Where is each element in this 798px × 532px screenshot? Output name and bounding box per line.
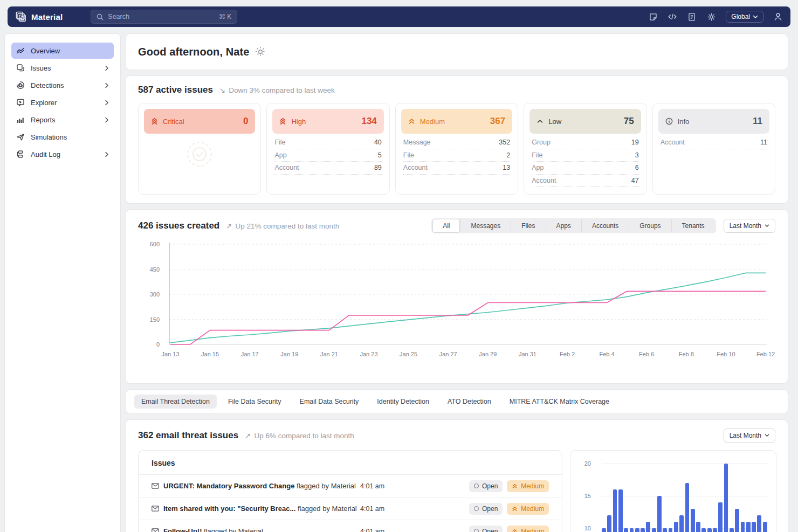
issue-title: Follow-Up!! flagged by Material [152,527,360,532]
filter-tab-messages[interactable]: Messages [460,219,511,232]
reports-bars-icon [16,115,25,124]
sidebar-item-label: Detections [31,81,64,89]
medium-header: Medium 367 [401,109,512,134]
page: Material ⌘ K [0,0,798,532]
sidebar-item-issues[interactable]: Issues [11,60,114,76]
changelog-note-icon[interactable] [648,12,658,22]
issue-row[interactable]: Follow-Up!! flagged by Material 4:01 am … [139,520,562,532]
bar [618,489,623,532]
brand[interactable]: Material [15,11,63,23]
bar [641,528,645,532]
bar [724,464,728,532]
open-circle-icon [474,483,479,488]
email-threat-section: 362 email threat issues ↗ Up 6% compared… [125,419,788,532]
mail-icon [152,483,159,489]
mail-icon [152,506,159,512]
bar [669,528,673,532]
bar [646,522,650,532]
breakdown-row: File40 [274,136,381,149]
issues-list-header: Issues [139,451,562,475]
breakdown-row: Account11 [661,136,767,149]
user-avatar-icon[interactable] [773,12,783,22]
breakdown-row: File3 [532,149,638,162]
bar [713,528,717,532]
content-row: Overview Issues Detec [0,27,798,532]
breakdown-row: Group19 [532,136,638,149]
severity-card-high[interactable]: High 134 File40 App5 Account89 [266,103,389,195]
code-icon[interactable] [668,12,677,22]
severity-medium-icon [512,506,518,512]
bar [757,515,761,532]
gear-icon[interactable] [706,12,716,22]
top-navbar: Material ⌘ K [8,6,790,27]
bar [630,528,634,532]
sidebar-item-explorer[interactable]: Explorer [11,94,114,110]
bar-chart-area: 201510 [570,451,776,532]
bar [707,528,712,532]
bar [696,522,700,532]
status-badge-open: Open [469,526,503,532]
overview-chart-icon [16,46,25,55]
issue-row[interactable]: URGENT: Mandatory Password Change flagge… [139,475,562,498]
bar [741,522,745,532]
low-header: Low 75 [529,109,641,134]
active-issues-title: 587 active issues [138,85,213,95]
issue-time: 4:01 am [360,505,384,513]
severity-badge-medium: Medium [507,526,549,532]
email-threat-period-dropdown[interactable]: Last Month [724,429,775,443]
breakdown-row: Account13 [403,162,510,175]
sidebar-item-label: Issues [31,64,51,72]
severity-low-icon [536,119,544,123]
issues-created-period-dropdown[interactable]: Last Month [724,219,775,233]
document-icon[interactable] [687,12,697,22]
severity-card-low[interactable]: Low 75 Group19 File3 App6 Account47 [524,103,646,195]
bar [735,509,739,532]
explorer-bubble-icon [16,98,25,107]
main-content: Good afternoon, Nate 587 active issues ↘ [125,33,788,532]
open-circle-icon [474,529,479,532]
sidebar-item-reports[interactable]: Reports [11,112,114,128]
sidebar-item-label: Simulations [31,133,67,141]
issue-time: 4:01 am [360,482,384,490]
severity-high-icon [279,118,286,125]
tab-ato-detection[interactable]: ATO Detection [441,395,498,409]
material-logo-icon [15,11,27,23]
filter-tab-groups[interactable]: Groups [629,219,671,232]
issue-title: URGENT: Mandatory Password Change flagge… [152,482,360,490]
tab-file-data-security[interactable]: File Data Security [221,395,288,409]
tab-email-threat-detection[interactable]: Email Threat Detection [134,395,217,409]
trend-up-arrow-icon: ↗ [245,431,251,440]
sidebar-item-audit-log[interactable]: Audit Log [11,146,114,162]
email-threat-bar-chart-card: 201510 [570,450,776,532]
search-input[interactable] [108,13,215,20]
breakdown-row: App6 [532,162,638,175]
severity-card-critical[interactable]: Critical 0 [138,103,261,195]
severity-card-info[interactable]: Info 11 Account11 [652,103,775,195]
filter-tab-tenants[interactable]: Tenants [671,219,715,232]
tab-email-data-security[interactable]: Email Data Security [293,395,366,409]
sidebar-item-label: Audit Log [31,150,60,158]
sidebar: Overview Issues Detec [4,33,121,532]
tab-mitre-attack-matrix-coverage[interactable]: MITRE ATT&CK Matrix Coverage [503,395,616,409]
global-scope-dropdown[interactable]: Global [726,11,763,23]
bar [752,522,756,532]
search-bar[interactable]: ⌘ K [91,10,237,24]
info-breakdown: Account11 [658,134,769,149]
trend-up-arrow-icon: ↗ [226,222,232,230]
email-threat-title: 362 email threat issues [138,430,238,441]
tab-identity-detection[interactable]: Identity Detection [370,395,436,409]
sidebar-item-label: Overview [31,47,60,55]
sidebar-item-overview[interactable]: Overview [11,43,114,59]
filter-tab-apps[interactable]: Apps [546,219,581,232]
issues-created-line-chart: 0150300450600 Jan 13Jan 15Jan 17Jan 19Ja… [138,242,775,360]
sidebar-item-detections[interactable]: Detections [11,77,114,93]
severity-card-medium[interactable]: Medium 367 Message352 File2 Account13 [395,103,518,195]
bar [635,528,639,532]
issue-row[interactable]: Item shared with you: "Security Breac...… [139,498,562,520]
critical-header: Critical 0 [144,109,255,134]
filter-tab-accounts[interactable]: Accounts [581,219,629,232]
filter-tab-files[interactable]: Files [511,219,545,232]
sidebar-item-simulations[interactable]: Simulations [11,129,114,145]
filter-tab-all[interactable]: All [432,219,460,233]
bar [652,528,656,532]
